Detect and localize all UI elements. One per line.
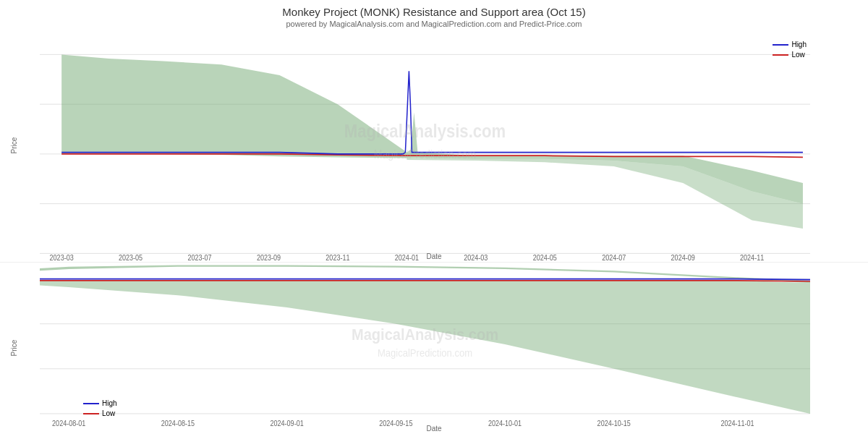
legend-high-label: High bbox=[791, 41, 807, 48]
legend-lower-low-item: Low bbox=[83, 409, 117, 417]
low-line-indicator bbox=[773, 54, 788, 56]
lower-chart-area: 0 -100 -200 2024-08-01 2024-08-15 2024-0… bbox=[40, 263, 810, 434]
chart-title: Monkey Project (MONK) Resistance and Sup… bbox=[0, 6, 868, 18]
lower-high-line-indicator bbox=[83, 403, 99, 404]
svg-text:MagicalAnalysis.com: MagicalAnalysis.com bbox=[352, 326, 498, 344]
legend-upper: High Low bbox=[773, 41, 807, 61]
svg-text:2023-11: 2023-11 bbox=[326, 253, 349, 262]
svg-text:2024-11: 2024-11 bbox=[740, 253, 764, 262]
svg-text:2024-10-01: 2024-10-01 bbox=[488, 419, 522, 427]
lower-chart: Price 0 -100 -200 2024-08-01 2024-08-15 … bbox=[0, 262, 868, 434]
upper-x-label: Date bbox=[426, 252, 441, 260]
svg-text:MagicalPrediction.com: MagicalPrediction.com bbox=[374, 148, 476, 161]
main-container: Monkey Project (MONK) Resistance and Sup… bbox=[0, 0, 868, 434]
svg-text:2024-11-01: 2024-11-01 bbox=[720, 419, 754, 427]
lower-y-label: Price bbox=[10, 340, 18, 357]
legend-high-item: High bbox=[773, 41, 807, 48]
svg-text:2024-09: 2024-09 bbox=[671, 253, 695, 262]
svg-text:2024-08-01: 2024-08-01 bbox=[52, 419, 85, 427]
legend-low-label: Low bbox=[791, 51, 804, 59]
svg-text:2024-05: 2024-05 bbox=[533, 253, 557, 262]
legend-lower-high-item: High bbox=[83, 399, 117, 407]
high-line-indicator bbox=[773, 44, 788, 46]
svg-text:2024-10-15: 2024-10-15 bbox=[597, 419, 631, 427]
svg-text:2023-09: 2023-09 bbox=[257, 253, 281, 262]
svg-text:2024-03: 2024-03 bbox=[464, 253, 488, 262]
svg-text:2024-01: 2024-01 bbox=[395, 253, 419, 262]
lower-x-label: Date bbox=[426, 425, 441, 433]
charts-wrapper: Price 400 200 0 -200 2023-03 2023- bbox=[0, 30, 868, 434]
svg-text:2023-03: 2023-03 bbox=[50, 253, 74, 262]
svg-text:2024-07: 2024-07 bbox=[602, 253, 626, 262]
svg-marker-21 bbox=[407, 158, 803, 229]
lower-low-line-indicator bbox=[83, 413, 99, 414]
legend-lower-low-label: Low bbox=[102, 409, 115, 417]
upper-chart-area: 400 200 0 -200 2023-03 2023-05 2023-07 2… bbox=[40, 30, 810, 262]
chart-header: Monkey Project (MONK) Resistance and Sup… bbox=[0, 0, 868, 30]
legend-lower: High Low bbox=[83, 399, 117, 420]
svg-text:2024-09-01: 2024-09-01 bbox=[271, 419, 304, 427]
legend-low-item: Low bbox=[773, 51, 807, 59]
upper-y-label: Price bbox=[10, 137, 18, 154]
legend-lower-high-label: High bbox=[102, 399, 117, 407]
svg-text:2024-09-15: 2024-09-15 bbox=[379, 419, 412, 427]
upper-chart: Price 400 200 0 -200 2023-03 2023- bbox=[0, 30, 868, 262]
svg-text:MagicalPrediction.com: MagicalPrediction.com bbox=[378, 346, 472, 359]
svg-text:2024-08-15: 2024-08-15 bbox=[161, 419, 195, 427]
svg-text:2023-05: 2023-05 bbox=[119, 253, 142, 262]
chart-subtitle: powered by MagicalAnalysis.com and Magic… bbox=[0, 20, 868, 28]
svg-text:2023-07: 2023-07 bbox=[187, 253, 211, 262]
svg-text:MagicalAnalysis.com: MagicalAnalysis.com bbox=[344, 122, 506, 142]
